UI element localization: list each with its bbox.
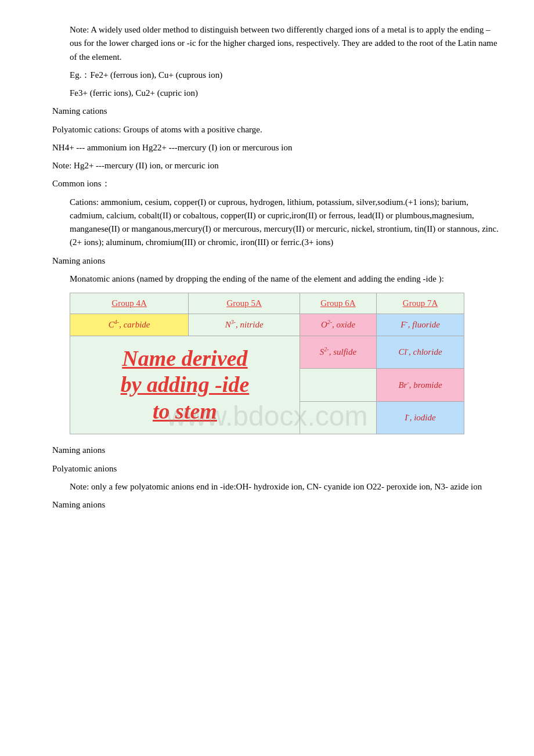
cell-oxide: O2-, oxide — [300, 314, 376, 336]
anion-table: Group 4A Group 5A Group 6A Group 7A C4-,… — [70, 293, 464, 434]
cell-carbide: C4-, carbide — [70, 314, 189, 336]
monatomic-anions: Monatomic anions (named by dropping the … — [70, 272, 499, 286]
cell-empty-4 — [300, 401, 376, 434]
cell-nitride: N3-, nitride — [189, 314, 300, 336]
col-header-4a: Group 4A — [70, 293, 189, 314]
nh4-line: NH4+ --- ammonium ion Hg22+ ---mercury (… — [52, 141, 499, 154]
naming-cations-heading: Naming cations — [52, 105, 499, 118]
naming-anions-3: Naming anions — [52, 498, 499, 512]
cell-chloride: Cl-, chloride — [377, 336, 464, 369]
col-header-6a: Group 6A — [300, 293, 376, 314]
cell-name-derived: Name derived by adding -ide to stem — [70, 336, 300, 434]
common-ions-heading: Common ions： — [52, 177, 499, 190]
cations-desc: Cations: ammonium, cesium, copper(I) or … — [70, 196, 499, 250]
naming-anions-2: Naming anions — [52, 444, 499, 457]
cell-bromide: Br-, bromide — [377, 369, 464, 402]
col-header-7a: Group 7A — [377, 293, 464, 314]
page-content: Note: A widely used older method to dist… — [35, 23, 499, 512]
eg-line1: Eg.：Fe2+ (ferrous ion), Cu+ (cuprous ion… — [70, 69, 499, 82]
hg-note: Note: Hg2+ ---mercury (II) ion, or mercu… — [52, 159, 499, 172]
polyatomic-cations: Polyatomic cations: Groups of atoms with… — [52, 123, 499, 136]
cell-iodide: I-, iodide — [377, 401, 464, 434]
cell-sulfide: S2-, sulfide — [300, 336, 376, 369]
eg-line2: Fe3+ (ferric ions), Cu2+ (cupric ion) — [70, 87, 499, 100]
naming-anions-1: Naming anions — [52, 254, 499, 268]
polyatomic-note: Note: only a few polyatomic anions end i… — [70, 480, 499, 494]
cell-empty-3 — [300, 369, 376, 402]
col-header-5a: Group 5A — [189, 293, 300, 314]
polyatomic-anions: Polyatomic anions — [52, 462, 499, 476]
cell-fluoride: F-, fluoride — [377, 314, 464, 336]
note-paragraph: Note: A widely used older method to dist… — [70, 23, 499, 64]
